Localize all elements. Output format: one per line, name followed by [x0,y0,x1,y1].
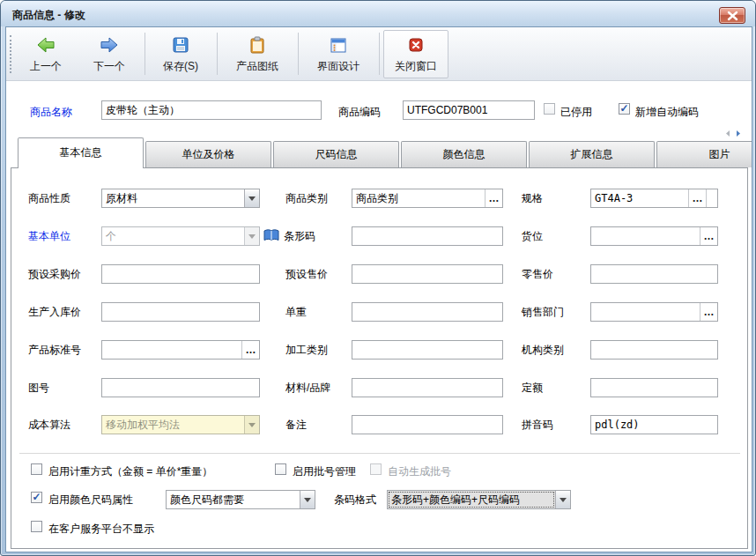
book-icon[interactable] [263,228,280,246]
toolbar-grip[interactable] [10,35,11,73]
tab-extended-info[interactable]: 扩展信息 [529,141,655,167]
sales-department-field[interactable]: … [590,302,718,322]
browse-button[interactable]: … [241,341,259,359]
base-unit-combo[interactable]: 个 [101,226,260,246]
browse-button[interactable]: … [688,189,706,207]
auto-code-checkbox[interactable]: ✓ [619,103,630,115]
title-bar: 商品信息 - 修改 [1,1,755,26]
stopped-checkbox[interactable] [544,103,555,115]
toolbar-separator [217,33,218,75]
production-in-price-input[interactable] [101,302,260,322]
browse-button[interactable]: … [700,227,717,245]
close-window-button[interactable]: 关闭窗口 [383,30,448,78]
next-button[interactable]: 下一个 [78,30,140,78]
combo-dropdown-button [244,416,259,434]
clipboard-icon [248,35,267,57]
product-name-input[interactable]: 皮带轮（主动） [101,100,322,120]
process-category-input[interactable] [352,340,503,360]
save-button-label: 保存(S) [163,59,198,74]
browse-button[interactable]: … [700,303,717,321]
preset-purchase-price-input[interactable] [101,264,260,284]
preset-sale-price-input[interactable] [352,264,503,284]
auto-batch-checkbox-label: 自动生成批号 [388,465,451,478]
product-nature-combo[interactable]: 原材料 [101,189,260,208]
chevron-down-icon [248,423,256,427]
remark-input[interactable] [352,415,503,434]
previous-button[interactable]: 上一个 [15,30,77,78]
stopped-checkbox-label[interactable]: 已停用 [560,106,592,118]
product-name-label[interactable]: 商品名称 [30,106,72,118]
color-size-combo[interactable]: 颜色尺码都需要 [166,490,315,509]
product-code-input[interactable]: UTFGCD07B001 [403,100,535,120]
tab-unit-price[interactable]: 单位及价格 [145,141,271,167]
combo-dropdown-button[interactable] [244,189,259,207]
check-icon: ✓ [32,493,41,502]
tab-scroll-left-icon[interactable] [724,130,731,137]
arrow-left-green-icon [36,35,56,57]
storage-location-field[interactable]: … [590,226,718,246]
ui-design-button[interactable]: 界面设计 [302,30,374,78]
product-standard-no-field[interactable]: … [101,340,260,360]
material-brand-input[interactable] [352,378,503,397]
save-button[interactable]: 保存(S) [149,30,212,78]
toolbar-separator [379,33,380,75]
previous-button-label: 上一个 [30,59,62,74]
tab-scroll-right-icon[interactable] [735,130,742,137]
auto-batch-checkbox [370,463,382,475]
hide-platform-checkbox[interactable] [31,521,42,532]
batch-mgmt-checkbox[interactable] [275,463,286,475]
tab-picture[interactable]: 图片 [656,141,752,167]
pinyin-code-label: 拼音码 [522,419,553,431]
combo-dropdown-button[interactable] [555,491,570,508]
preset-sale-price-label: 预设售价 [285,268,328,280]
tab-size-info[interactable]: 尺码信息 [273,141,399,167]
combo-dropdown-button[interactable] [300,491,315,508]
color-size-checkbox[interactable]: ✓ [31,492,42,503]
toolbar-separator [298,33,299,75]
product-category-field[interactable]: 商品类别 … [352,189,503,208]
window-body: 上一个 下一个 [5,26,752,552]
drawing-no-label: 图号 [28,382,49,394]
drawing-no-input[interactable] [101,378,260,397]
window-title: 商品信息 - 修改 [12,8,85,23]
spec-extra-button[interactable] [706,189,717,207]
spec-field[interactable]: GT4A-3 … [590,189,718,208]
product-drawing-button[interactable]: 产品图纸 [221,30,293,78]
cost-method-label: 成本算法 [28,419,70,431]
close-icon [727,11,738,21]
close-red-icon [406,35,426,57]
weight-mode-checkbox[interactable] [31,463,42,475]
hide-platform-checkbox-label[interactable]: 在客户服务平台不显示 [48,523,154,535]
production-in-price-label: 生产入库价 [28,306,81,318]
spec-label: 规格 [522,192,543,204]
quota-input[interactable] [590,378,718,397]
chevron-down-icon [304,498,311,502]
chevron-down-icon [560,498,567,502]
org-category-input[interactable] [590,340,718,360]
weight-mode-checkbox-label[interactable]: 启用计重方式（金额 = 单价*重量） [48,465,212,478]
unit-weight-input[interactable] [352,302,503,322]
sales-department-label: 销售部门 [522,306,564,318]
batch-mgmt-checkbox-label[interactable]: 启用批号管理 [293,465,356,478]
base-unit-label[interactable]: 基本单位 [28,230,70,242]
browse-button[interactable]: … [485,189,502,207]
titlebar-close-button[interactable] [719,7,745,24]
arrow-right-blue-icon [100,35,119,57]
chevron-down-icon [248,234,256,239]
tab-color-info[interactable]: 颜色信息 [401,141,527,167]
toolbar: 上一个 下一个 [6,27,752,81]
product-category-label: 商品类别 [285,192,328,204]
tab-basic-info[interactable]: 基本信息 [18,137,144,168]
combo-dropdown-button [244,227,259,245]
product-drawing-button-label: 产品图纸 [236,59,278,74]
pinyin-code-input[interactable]: pdl(zd) [590,415,718,434]
window-design-icon [329,35,348,57]
auto-code-checkbox-label[interactable]: 新增自动编码 [635,106,699,118]
barcode-input[interactable] [352,226,503,246]
retail-price-input[interactable] [590,264,718,284]
barcode-format-combo[interactable]: 条形码+颜色编码+尺码编码 [387,490,571,509]
barcode-format-label: 条码格式 [334,493,376,506]
color-size-checkbox-label[interactable]: 启用颜色尺码属性 [48,493,133,506]
cost-method-combo[interactable]: 移动加权平均法 [101,415,260,434]
toolbar-separator [145,33,145,75]
